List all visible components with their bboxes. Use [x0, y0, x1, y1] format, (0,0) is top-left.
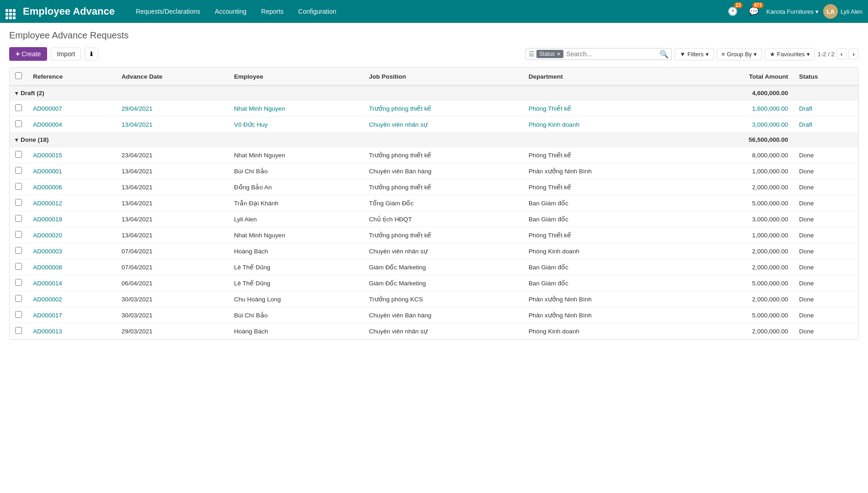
row-employee: Hoàng Bách: [229, 323, 364, 339]
search-button[interactable]: 🔍: [659, 50, 669, 59]
row-job-position: Trưởng phòng thiết kế: [364, 147, 523, 163]
row-employee: Bùi Chí Bảo: [229, 307, 364, 323]
pagination-prev[interactable]: ‹: [836, 48, 847, 59]
row-status: Done: [793, 307, 858, 323]
row-reference: AD000020: [27, 227, 116, 243]
avatar: LA: [823, 4, 838, 19]
table-row: AD000020 13/04/2021 Nhat Minh Nguyen Trư…: [10, 227, 858, 243]
row-department: Phân xưởng Ninh Bình: [523, 163, 684, 179]
row-department[interactable]: Phòng Thiết kế: [523, 101, 684, 117]
row-checkbox-cell[interactable]: [10, 211, 27, 227]
row-checkbox[interactable]: [15, 263, 22, 270]
create-button[interactable]: + Create: [9, 47, 47, 61]
row-checkbox[interactable]: [15, 311, 22, 318]
row-job-position: Giám Đốc Marketing: [364, 275, 523, 291]
row-status: Draft: [793, 101, 858, 117]
row-checkbox[interactable]: [15, 279, 22, 286]
pagination-text: 1-2 / 2: [818, 51, 835, 58]
row-department: Phòng Kinh doanh: [523, 243, 684, 259]
row-checkbox-cell[interactable]: [10, 227, 27, 243]
row-checkbox-cell[interactable]: [10, 259, 27, 275]
row-reference: AD000017: [27, 307, 116, 323]
row-employee: Chu Hoàng Long: [229, 291, 364, 307]
download-button[interactable]: ⬇: [85, 48, 98, 60]
row-department[interactable]: Phòng Kinh doanh: [523, 117, 684, 133]
row-status: Done: [793, 291, 858, 307]
row-total-amount[interactable]: 1,600,000.00: [684, 101, 794, 117]
notification-badge[interactable]: 🕐 23: [724, 3, 741, 20]
row-checkbox[interactable]: [15, 231, 22, 238]
remove-tag-icon[interactable]: ✕: [557, 51, 561, 57]
row-status: Done: [793, 323, 858, 339]
row-checkbox[interactable]: [15, 151, 22, 158]
user-menu[interactable]: LA Lyli Alen: [823, 4, 863, 19]
row-checkbox-cell[interactable]: [10, 323, 27, 339]
nav-reports[interactable]: Reports: [255, 5, 290, 18]
row-status: Draft: [793, 117, 858, 133]
row-department: Phòng Thiết kế: [523, 227, 684, 243]
nav-configuration[interactable]: Configuration: [292, 5, 343, 18]
row-checkbox[interactable]: [15, 295, 22, 302]
row-checkbox[interactable]: [15, 327, 22, 334]
row-checkbox-cell[interactable]: [10, 275, 27, 291]
row-checkbox-cell[interactable]: [10, 195, 27, 211]
row-checkbox[interactable]: [15, 120, 22, 127]
row-advance-date: 23/04/2021: [116, 147, 229, 163]
row-total-amount[interactable]: 3,000,000.00: [684, 117, 794, 133]
row-checkbox[interactable]: [15, 247, 22, 254]
row-advance-date: 06/04/2021: [116, 275, 229, 291]
import-button[interactable]: Import: [51, 48, 81, 60]
row-employee[interactable]: Nhat Minh Nguyen: [229, 101, 364, 117]
star-icon: ★: [770, 51, 775, 58]
row-checkbox[interactable]: [15, 104, 22, 111]
row-employee[interactable]: Võ Đức Huy: [229, 117, 364, 133]
row-job-position: Giám Đốc Marketing: [364, 259, 523, 275]
row-advance-date[interactable]: 29/04/2021: [116, 101, 229, 117]
nav-requests[interactable]: Requests/Declarations: [129, 5, 207, 18]
row-checkbox-cell[interactable]: [10, 243, 27, 259]
row-job-position[interactable]: Chuyên viên nhân sự: [364, 117, 523, 133]
row-checkbox-cell[interactable]: [10, 147, 27, 163]
message-badge[interactable]: 💬 873: [745, 3, 762, 20]
apps-menu-icon[interactable]: [5, 4, 16, 19]
search-input[interactable]: [565, 48, 659, 59]
table-row: AD000017 30/03/2021 Bùi Chí Bảo Chuyên v…: [10, 307, 858, 323]
row-department: Phân xưởng Ninh Bình: [523, 307, 684, 323]
col-header-job-position: Job Position: [364, 68, 523, 86]
row-reference: AD000006: [27, 179, 116, 195]
row-total-amount: 5,000,000.00: [684, 275, 794, 291]
row-checkbox-cell[interactable]: [10, 101, 27, 117]
group-status-spacer: [793, 86, 858, 101]
favourites-button[interactable]: ★ Favourites ▾: [765, 48, 815, 60]
table-row: AD000003 07/04/2021 Hoàng Bách Chuyên vi…: [10, 243, 858, 259]
group-toggle-icon[interactable]: ▾: [15, 137, 18, 143]
group-name: Done (18): [21, 136, 49, 143]
row-job-position[interactable]: Trưởng phòng thiết kế: [364, 101, 523, 117]
row-advance-date[interactable]: 13/04/2021: [116, 117, 229, 133]
company-selector[interactable]: Kanota Furnitures ▾: [766, 8, 819, 15]
row-reference[interactable]: AD000004: [27, 117, 116, 133]
search-bar: ☰ Status ✕ 🔍: [525, 48, 672, 60]
pagination-next[interactable]: ›: [848, 48, 859, 59]
table-row: AD000012 13/04/2021 Trần Đại Khánh Tổng …: [10, 195, 858, 211]
row-checkbox-cell[interactable]: [10, 179, 27, 195]
row-checkbox-cell[interactable]: [10, 117, 27, 133]
top-right: 🕐 23 💬 873 Kanota Furnitures ▾ LA Lyli A…: [724, 3, 863, 20]
select-all-header[interactable]: [10, 68, 27, 86]
row-checkbox-cell[interactable]: [10, 307, 27, 323]
row-reference[interactable]: AD000007: [27, 101, 116, 117]
row-job-position: Trưởng phòng thiết kế: [364, 227, 523, 243]
row-status: Done: [793, 195, 858, 211]
row-checkbox-cell[interactable]: [10, 163, 27, 179]
row-checkbox[interactable]: [15, 183, 22, 190]
nav-accounting[interactable]: Accounting: [209, 5, 253, 18]
row-checkbox[interactable]: [15, 215, 22, 222]
row-checkbox[interactable]: [15, 199, 22, 206]
groupby-button[interactable]: ≡ Group By ▾: [717, 48, 762, 60]
groupby-icon: ≡: [722, 51, 725, 58]
row-checkbox[interactable]: [15, 167, 22, 174]
group-toggle-icon[interactable]: ▾: [15, 90, 18, 96]
select-all-checkbox[interactable]: [15, 72, 22, 79]
filters-button[interactable]: ▼ Filters ▾: [675, 48, 713, 60]
row-checkbox-cell[interactable]: [10, 291, 27, 307]
